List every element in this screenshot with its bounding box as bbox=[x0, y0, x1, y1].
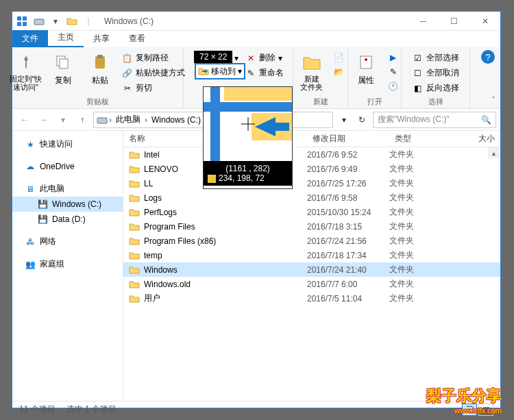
nav-network[interactable]: 🖧网络 bbox=[12, 234, 123, 249]
select-group-label: 选择 bbox=[428, 97, 443, 107]
pin-button[interactable]: 固定到"快速访问" bbox=[10, 50, 42, 91]
svg-rect-2 bbox=[17, 22, 21, 26]
moveto-icon bbox=[198, 66, 209, 77]
nav-cdrive[interactable]: 💾Windows (C:) bbox=[12, 197, 123, 212]
table-row[interactable]: LL2016/7/25 17:26文件夹 bbox=[123, 176, 500, 190]
file-type: 文件夹 bbox=[389, 192, 444, 203]
up-button[interactable]: ↑ bbox=[74, 112, 90, 128]
selectinvert-icon: ◧ bbox=[413, 83, 424, 94]
nav-onedrive[interactable]: ☁OneDrive bbox=[12, 159, 123, 174]
overlay-moveto-highlight: 移动到 ▾ bbox=[195, 63, 245, 79]
cut-button[interactable]: ✂剪切 bbox=[121, 82, 186, 95]
minimize-button[interactable]: ─ bbox=[408, 12, 439, 31]
file-list: 名称 修改日期 类型 大小 ▴ ▾ Intel2016/7/6 9:52文件夹L… bbox=[123, 131, 500, 401]
file-type: 文件夹 bbox=[389, 177, 444, 189]
rename-button[interactable]: ✎重命名 bbox=[244, 66, 285, 79]
chevron-right-icon[interactable]: › bbox=[145, 115, 147, 125]
file-type: 文件夹 bbox=[389, 221, 444, 232]
folder-icon bbox=[129, 207, 140, 218]
qat-dropdown-icon[interactable]: ▾ bbox=[48, 14, 63, 29]
table-row[interactable]: Logs2016/7/6 9:58文件夹 bbox=[123, 190, 500, 205]
col-size[interactable]: 大小 bbox=[444, 133, 500, 145]
svg-rect-11 bbox=[97, 118, 107, 123]
file-name: LL bbox=[144, 179, 153, 188]
qat-drive-icon[interactable] bbox=[32, 14, 47, 29]
table-row[interactable]: Program Files2016/7/18 3:15文件夹 bbox=[123, 219, 500, 234]
nav-thispc[interactable]: 🖥此电脑 bbox=[12, 181, 123, 197]
col-type[interactable]: 类型 bbox=[389, 133, 444, 145]
file-date: 2016/7/25 17:26 bbox=[307, 179, 389, 188]
file-date: 2016/7/6 9:58 bbox=[307, 193, 389, 203]
file-date: 2016/7/18 17:34 bbox=[307, 251, 389, 260]
search-input[interactable]: 搜索"Windows (C:)" 🔍 bbox=[373, 112, 496, 128]
svg-point-10 bbox=[365, 58, 367, 61]
newfolder-button[interactable]: 新建 文件夹 bbox=[295, 50, 328, 91]
table-row[interactable]: Program Files (x86)2016/7/24 21:56文件夹 bbox=[123, 234, 500, 248]
file-date: 2016/7/6 9:49 bbox=[307, 164, 389, 174]
tab-share[interactable]: 共享 bbox=[84, 30, 119, 47]
ribbon-collapse-icon[interactable]: ˆ bbox=[492, 96, 495, 106]
nav-quickaccess[interactable]: ★快速访问 bbox=[12, 136, 123, 152]
close-button[interactable]: ✕ bbox=[469, 12, 500, 31]
pasteshortcut-button[interactable]: 🔗粘贴快捷方式 bbox=[121, 66, 186, 79]
back-button[interactable]: ← bbox=[16, 112, 33, 128]
file-date: 2016/7/6 9:52 bbox=[307, 150, 389, 160]
table-row[interactable]: 用户2016/7/5 11:04文件夹 bbox=[123, 291, 500, 306]
forward-button[interactable]: → bbox=[36, 112, 52, 128]
file-date: 2016/7/5 11:04 bbox=[307, 294, 389, 304]
selectall-button[interactable]: ☑全部选择 bbox=[411, 51, 461, 64]
file-date: 2016/7/24 21:56 bbox=[307, 236, 389, 246]
paste-button[interactable]: 粘贴 bbox=[84, 50, 117, 86]
clipboard-group-label: 剪贴板 bbox=[86, 97, 109, 107]
chevron-right-icon[interactable]: › bbox=[109, 115, 112, 125]
folder-icon bbox=[129, 264, 140, 275]
help-icon[interactable]: ? bbox=[481, 50, 495, 64]
copy-button[interactable]: 复制 bbox=[47, 50, 79, 86]
table-row[interactable]: Windows2016/7/24 21:40文件夹 bbox=[123, 262, 500, 277]
maximize-button[interactable]: ☐ bbox=[439, 12, 469, 31]
properties-button[interactable]: 属性 bbox=[350, 50, 382, 86]
tab-file[interactable]: 文件 bbox=[12, 30, 48, 47]
status-count: 11 个项目 bbox=[19, 404, 56, 415]
open-button[interactable]: ▶ bbox=[387, 51, 400, 64]
pin-label: 固定到"快速访问" bbox=[10, 75, 42, 91]
delete-button[interactable]: ✕删除 ▾ bbox=[244, 51, 285, 64]
qat-folder-icon[interactable] bbox=[64, 14, 79, 29]
addr-dropdown-icon[interactable]: ▾ bbox=[336, 112, 352, 128]
network-icon: 🖧 bbox=[25, 236, 36, 247]
open-group-label: 打开 bbox=[367, 97, 382, 107]
svg-rect-1 bbox=[23, 16, 27, 21]
easyaccess-button[interactable]: 📂 bbox=[332, 66, 346, 78]
copypath-button[interactable]: 📋复制路径 bbox=[121, 51, 186, 64]
svg-rect-6 bbox=[60, 59, 68, 69]
table-row[interactable]: PerfLogs2015/10/30 15:24文件夹 bbox=[123, 205, 500, 219]
col-date[interactable]: 修改日期 bbox=[307, 133, 389, 145]
file-type: 文件夹 bbox=[389, 235, 444, 247]
tab-view[interactable]: 查看 bbox=[119, 30, 155, 47]
table-row[interactable]: Windows.old2016/7/7 6:00文件夹 bbox=[123, 277, 500, 291]
overlay-moveto-label: 移动到 bbox=[211, 66, 236, 77]
qat-separator: | bbox=[81, 14, 96, 29]
selectinvert-button[interactable]: ◧反向选择 bbox=[411, 82, 461, 95]
nav-homegroup[interactable]: 👥家庭组 bbox=[12, 256, 123, 272]
refresh-button[interactable]: ↻ bbox=[354, 112, 370, 128]
folder-icon bbox=[129, 250, 140, 261]
table-row[interactable]: Intel2016/7/6 9:52文件夹 bbox=[123, 147, 500, 162]
table-row[interactable]: temp2016/7/18 17:34文件夹 bbox=[123, 248, 500, 262]
history-button[interactable]: 🕐 bbox=[387, 80, 400, 92]
selectnone-button[interactable]: ☐全部取消 bbox=[411, 66, 461, 79]
recent-button[interactable]: ▾ bbox=[55, 112, 71, 128]
breadcrumb-drive[interactable]: Windows (C:) bbox=[149, 114, 204, 126]
table-row[interactable]: LENOVO2016/7/6 9:49文件夹 bbox=[123, 162, 500, 176]
nav-ddrive[interactable]: 💾Data (D:) bbox=[12, 212, 123, 227]
edit-button[interactable]: ✎ bbox=[387, 66, 400, 78]
folder-icon bbox=[129, 236, 140, 247]
newitem-button[interactable]: 📄 bbox=[332, 51, 346, 64]
folder-icon bbox=[129, 279, 140, 290]
breadcrumb-pc[interactable]: 此电脑 bbox=[113, 112, 143, 127]
paste-icon bbox=[89, 51, 111, 73]
drive-icon: 💾 bbox=[37, 199, 48, 210]
tab-home[interactable]: 主页 bbox=[48, 29, 84, 47]
scroll-up-icon[interactable]: ▴ bbox=[488, 147, 499, 158]
file-type: 文件夹 bbox=[389, 149, 444, 160]
